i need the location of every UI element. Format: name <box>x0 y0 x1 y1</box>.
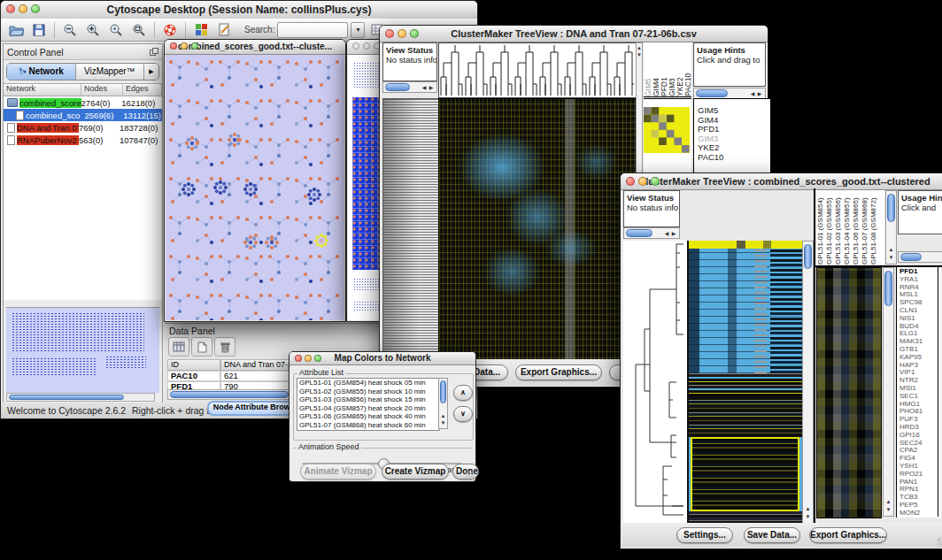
network-view-titlebar[interactable]: combined_scores_good.txt--cluste... <box>165 40 345 55</box>
vizmap-icon[interactable] <box>191 21 211 39</box>
minimize-button[interactable] <box>638 177 647 186</box>
treeview2-window: ClusterMaker TreeView : combined_scores_… <box>620 173 942 549</box>
control-panel-hscrollbar[interactable] <box>6 393 155 402</box>
zoom-button[interactable] <box>191 42 198 50</box>
minimize-button[interactable] <box>398 29 406 38</box>
export-graphics-button[interactable]: Export Graphics... <box>809 527 887 543</box>
network-name: RNAPuberNov2+ <box>17 135 79 145</box>
gene-label-list: PFD1YRA1RNR4MSL1SPC98CLN1NIS1BUD4ELG1MAK… <box>896 267 941 518</box>
network-nodes-count: 2569(6) <box>85 111 124 120</box>
treeview2-titlebar[interactable]: ClusterMaker TreeView : combined_scores_… <box>621 173 942 190</box>
minimize-button[interactable] <box>19 4 27 13</box>
heatmap-vscrollbar[interactable]: ▲ ▼ <box>802 241 814 524</box>
minimize-button[interactable] <box>363 42 370 50</box>
view-status-hscrollbar[interactable]: ◀ ▶ <box>623 227 680 239</box>
minimize-button[interactable] <box>181 42 188 50</box>
heatmap-zoomed-selection[interactable] <box>816 267 882 518</box>
column-label: PAC10 <box>683 66 691 96</box>
column-label: PFD1 <box>660 66 668 96</box>
close-button[interactable] <box>352 42 359 50</box>
save-data-button[interactable]: Save Data... <box>744 527 800 543</box>
network-table-header: Network Nodes Edges <box>4 83 162 96</box>
help-lifering-icon[interactable] <box>160 21 180 39</box>
column-label: GPL51-04 (GSM857) <box>843 196 852 265</box>
resize-grip[interactable] <box>938 538 942 547</box>
data-panel-hscrollbar[interactable] <box>167 389 293 400</box>
move-down-button[interactable]: ∨ <box>453 406 473 422</box>
gene-label[interactable]: GIM5 <box>698 106 770 116</box>
attribute-item[interactable]: GPL51-01 (GSM854) heat shock 05 min <box>297 379 439 387</box>
heatmap-zoomed-selection[interactable] <box>644 107 690 153</box>
save-session-icon[interactable] <box>29 21 49 39</box>
export-graphics-button[interactable]: Export Graphics... <box>515 364 602 380</box>
float-panel-icon[interactable] <box>150 48 158 56</box>
move-up-button[interactable]: ∧ <box>453 385 473 401</box>
view-status-hscrollbar[interactable]: ◀ ▶ <box>382 81 437 93</box>
select-attributes-icon[interactable] <box>168 337 189 357</box>
gene-label[interactable]: MON2 <box>900 510 941 518</box>
network-edges-count: 13112(15) <box>123 111 162 120</box>
search-label: Search: <box>244 25 274 35</box>
network-list-row[interactable]: combined_sco 2569(6) 13112(15) <box>4 109 162 121</box>
attribute-item[interactable]: GPL51-02 (GSM855) heat shock 10 min <box>297 387 439 396</box>
attribute-list-vscrollbar[interactable]: ▲ ▼ <box>438 378 448 429</box>
tab-network[interactable]: Network <box>7 64 76 80</box>
more-tabs-button[interactable]: ▶ <box>144 64 158 80</box>
column-dendrogram[interactable] <box>438 42 637 98</box>
create-vizmap-button[interactable]: Create Vizmap <box>382 464 449 479</box>
delete-attribute-trash-icon[interactable] <box>214 337 236 357</box>
settings-button[interactable]: Settings... <box>676 527 733 543</box>
gene-label[interactable]: YKE2 <box>698 143 770 153</box>
zoom-actual-icon[interactable] <box>106 21 126 39</box>
zoom-out-icon[interactable] <box>60 21 80 39</box>
network-list-row[interactable]: combined_scores 2764(0) 16218(0) <box>4 96 162 109</box>
attribute-item[interactable]: GPL51-04 (GSM857) heat shock 20 min <box>297 404 439 413</box>
network-overview-thumbnail[interactable] <box>6 307 159 393</box>
attribute-list[interactable]: GPL51-01 (GSM854) heat shock 05 minGPL51… <box>297 378 440 431</box>
heatmap-main[interactable] <box>689 241 802 524</box>
column-labels: GIM5GIM4PFD1GIM3YKE2PAC10 <box>644 42 691 97</box>
zoom-button[interactable] <box>651 177 660 186</box>
attribute-item[interactable]: GPL51-03 (GSM856) heat shock 15 min <box>297 395 439 404</box>
zoom-button[interactable] <box>31 4 40 13</box>
network-nodes-count: 769(0) <box>79 123 120 133</box>
new-attribute-icon[interactable] <box>191 337 212 357</box>
network-canvas[interactable] <box>166 55 344 320</box>
row-dendrogram[interactable] <box>623 241 689 524</box>
zoom-fit-icon[interactable] <box>129 21 149 39</box>
animate-vizmap-button[interactable]: Animate Vizmap <box>300 464 376 479</box>
close-button[interactable] <box>626 177 635 186</box>
zoom-vscrollbar[interactable]: ▲ ▼ <box>883 267 894 517</box>
heatmap-selection-rect[interactable] <box>691 437 799 511</box>
open-session-icon[interactable] <box>6 21 26 39</box>
zoom-in-icon[interactable] <box>83 21 103 39</box>
close-button[interactable] <box>295 355 302 362</box>
network-edges-count: 16218(0) <box>121 98 162 108</box>
gene-label[interactable]: PAC10 <box>698 153 770 163</box>
network-nodes-count: 2764(0) <box>81 98 122 108</box>
map-dialog-titlebar[interactable]: Map Colors to Network <box>290 352 475 365</box>
resize-grip[interactable] <box>466 472 475 480</box>
network-list-row[interactable]: RNAPuberNov2+ 563(0) 107847(0) <box>4 134 162 146</box>
attribute-item[interactable]: GPL51-07 (GSM868) heat shock 60 min <box>297 421 439 430</box>
usage-hints-hscrollbar[interactable] <box>898 251 942 263</box>
network-list-row[interactable]: DNA and Tran 07 769(0) 183728(0) <box>4 121 162 134</box>
heatmap-main[interactable] <box>438 98 637 362</box>
main-titlebar[interactable]: Cytoscape Desktop (Session Name: collins… <box>1 1 477 19</box>
attribute-item[interactable]: GPL51-06 (GSM865) heat shock 40 min <box>297 412 439 421</box>
zoom-button[interactable] <box>314 355 321 362</box>
search-input[interactable] <box>277 22 348 38</box>
minimize-button[interactable] <box>305 355 312 362</box>
row-dendrogram[interactable] <box>382 98 439 362</box>
zoom-button[interactable] <box>410 29 419 38</box>
gene-label[interactable]: PFD1 <box>698 125 770 134</box>
attr-col-id[interactable]: ID <box>167 359 220 371</box>
close-button[interactable] <box>385 29 394 38</box>
search-dropdown-button[interactable]: ▼ <box>351 22 365 38</box>
close-button[interactable] <box>170 42 177 50</box>
annotation-icon[interactable] <box>214 21 234 39</box>
tab-vizmapper[interactable]: VizMapper™ <box>76 64 145 80</box>
close-button[interactable] <box>6 4 15 13</box>
treeview1-titlebar[interactable]: ClusterMaker TreeView : DNA and Tran 07-… <box>380 26 768 42</box>
column-labels-vscrollbar[interactable]: ▲ ▼ <box>885 190 897 265</box>
